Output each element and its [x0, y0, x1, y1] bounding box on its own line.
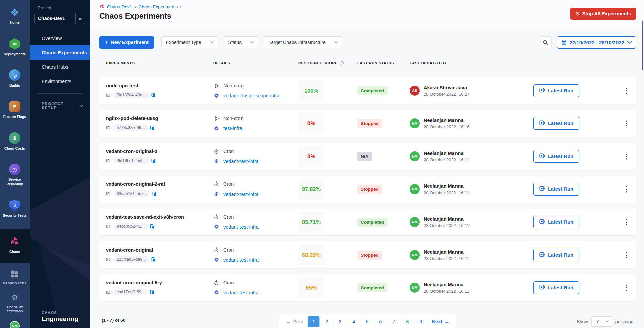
experiment-name[interactable]: vedant-cron-original-5ry [106, 280, 213, 285]
info-icon[interactable] [340, 61, 344, 65]
latest-run-button[interactable]: Latest Run [533, 281, 579, 294]
date-range-picker[interactable]: 22/10/2022 - 28/10/2022 [557, 36, 636, 49]
resilience-score: 0% [298, 113, 324, 134]
row-menu-button[interactable] [623, 151, 630, 162]
table-row[interactable]: vedant-test-save-nd-exit-v8h-cron ID: 94… [99, 209, 636, 235]
table-row[interactable]: nginx-pod-delete-u8sg ID: b773c335-99...… [99, 110, 636, 137]
experiment-name[interactable]: vedant-cron-original-2 [106, 149, 213, 154]
filter-group: Experiment TypeStatusTarget Chaos Infras… [161, 36, 342, 48]
per-page-select[interactable]: 7 [591, 316, 612, 327]
sidebar-item-label: Deployments [4, 52, 26, 57]
sidebar-item-feature-flags[interactable]: ⚑Feature Flags [0, 97, 30, 123]
copy-icon[interactable] [151, 93, 156, 98]
avatar: NM [410, 217, 420, 227]
breadcrumb-link-experiments[interactable]: Chaos Experiments [139, 4, 178, 9]
status-cell: Stopped [357, 185, 410, 194]
pagination-page-1[interactable]: 1 [308, 316, 320, 327]
divider [37, 93, 83, 94]
latest-run-button[interactable]: Latest Run [533, 150, 579, 163]
table-row[interactable]: vedant-cron-original ID: 225fcad5-da9...… [99, 241, 636, 268]
infra-link[interactable]: vedant-test-infra [223, 159, 259, 164]
experiment-id: b773c335-99... [114, 124, 147, 131]
sidebar-item-chaos[interactable]: Chaos [0, 229, 30, 263]
pagination-page-6[interactable]: 6 [374, 316, 387, 327]
latest-run-label: Latest Run [548, 88, 573, 93]
pagination-page-3[interactable]: 3 [334, 316, 346, 327]
menu-cell [617, 283, 636, 293]
infra-link[interactable]: vedant-test-infra [223, 224, 259, 230]
infra-link[interactable]: vedant-test-infra [223, 192, 259, 197]
sidebar-item-security-tests[interactable]: Security Tests [0, 196, 30, 222]
filter-status[interactable]: Status [224, 36, 259, 48]
experiment-name[interactable]: node-cpu-test [106, 83, 213, 88]
pagination-page-7[interactable]: 7 [387, 316, 400, 327]
row-menu-button[interactable] [623, 86, 630, 96]
copy-icon[interactable] [150, 290, 155, 295]
copy-icon[interactable] [150, 224, 155, 229]
latest-run-button[interactable]: Latest Run [533, 249, 579, 261]
sidebar-item-home[interactable]: ❖Home [0, 3, 30, 29]
latest-run-button[interactable]: Latest Run [533, 84, 579, 97]
nav-item-environments[interactable]: Environments [30, 74, 90, 89]
row-menu-button[interactable] [623, 283, 630, 293]
search-button[interactable] [540, 36, 552, 48]
experiment-name[interactable]: vedant-test-save-nd-exit-v8h-cron [106, 214, 213, 220]
latest-run-button[interactable]: Latest Run [533, 183, 579, 196]
pagination-page-4[interactable]: 4 [347, 316, 360, 327]
pagination-prev[interactable]: ←Prev [282, 316, 307, 327]
copy-icon[interactable] [151, 257, 156, 262]
copy-icon[interactable] [152, 191, 157, 196]
new-experiment-button[interactable]: + New Experiment [99, 36, 154, 49]
breadcrumb-link-project[interactable]: Chaos-Dev1 [107, 4, 132, 9]
latest-run-button[interactable]: Latest Run [533, 216, 579, 228]
chevron-down-icon [627, 41, 632, 44]
copy-icon[interactable] [150, 125, 155, 130]
nav-item-chaos-experiments[interactable]: Chaos Experiments [30, 45, 90, 60]
pagination-page-8[interactable]: 8 [401, 316, 414, 327]
table-row[interactable]: node-cpu-test ID: f0c187d4-43d... Non-cr… [99, 77, 636, 104]
sidebar-item-builds[interactable]: ◎Builds [0, 65, 30, 92]
experiment-name[interactable]: nginx-pod-delete-u8sg [106, 116, 213, 121]
table-row[interactable]: vedant-cron-original-2-raf ID: 83cab181-… [99, 176, 636, 203]
pagination-page-5[interactable]: 5 [361, 316, 373, 327]
project-selector[interactable]: Chaos-Dev1 » [34, 13, 85, 24]
infra-link[interactable]: vedant-test-infra [223, 290, 259, 295]
brand-top: CHAOS [42, 311, 78, 315]
row-menu-button[interactable] [623, 184, 630, 195]
filter-experiment-type[interactable]: Experiment Type [161, 36, 218, 48]
collapse-panel-icon[interactable]: » [75, 13, 85, 24]
home-icon: ❖ [9, 7, 20, 18]
infra-link[interactable]: test-infra [223, 126, 242, 131]
filter-target-chaos-infrastructure[interactable]: Target Chaos Infrastructure [264, 36, 342, 48]
pagination-page-2[interactable]: 2 [320, 316, 333, 327]
experiment-id-line: ID: b773c335-99... [106, 124, 213, 131]
nav-item-overview[interactable]: Overview [30, 31, 90, 45]
table-row[interactable]: vedant-cron-original-5ry ID: cad17ed0-59… [99, 274, 636, 301]
table-row[interactable]: vedant-cron-original-2 ID: f6d19bc1-fedf… [99, 143, 636, 170]
sidebar-item-service-reliability[interactable]: ◷Service Reliability [0, 160, 30, 190]
user-avatar[interactable]: NM [10, 321, 20, 328]
sidebar-item-label: Chaos [9, 250, 20, 254]
scrollbar-thumb[interactable] [642, 21, 643, 70]
stop-all-experiments-button[interactable]: ⊘ Stop All Experiments [570, 8, 636, 20]
copy-icon[interactable] [151, 158, 156, 163]
sidebar-item-deployments[interactable]: ∞Deployments [0, 34, 30, 60]
schedule-type: Cron [223, 181, 234, 187]
infra-link[interactable]: vedant-test-infra [223, 257, 259, 263]
status-cell: Stopped [357, 119, 410, 128]
row-menu-button[interactable] [623, 118, 630, 129]
sidebar-item-cloud-costs[interactable]: $Cloud Costs [0, 128, 30, 155]
project-setup-toggle[interactable]: PROJECT SETUP [42, 102, 83, 110]
experiment-name[interactable]: vedant-cron-original [106, 247, 213, 253]
latest-run-button[interactable]: Latest Run [533, 117, 579, 130]
dashboards-icon [9, 268, 20, 280]
nav-item-chaos-hubs[interactable]: Chaos Hubs [30, 60, 90, 74]
row-menu-button[interactable] [623, 217, 630, 227]
pagination-page-9[interactable]: 9 [414, 316, 427, 327]
infra-link[interactable]: vedant-cluster-scope-infra [223, 93, 280, 98]
row-menu-button[interactable] [623, 250, 630, 260]
sidebar-item-dashboards[interactable]: DASHBOARDS [0, 265, 30, 289]
experiment-name[interactable]: vedant-cron-original-2-raf [106, 181, 213, 187]
sidebar-item-account-settings[interactable]: ⚙ ACCOUNT SETTINGS [0, 289, 30, 317]
pagination-next[interactable]: Next→ [428, 316, 453, 327]
